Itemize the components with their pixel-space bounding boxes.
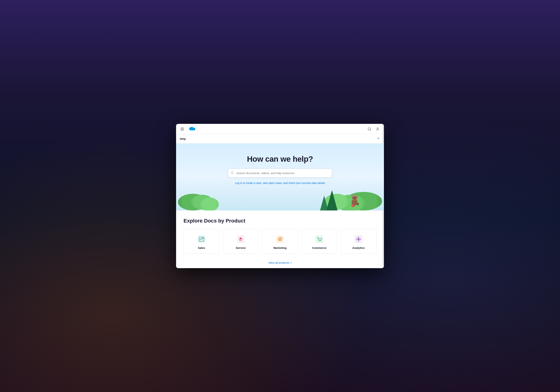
product-card-sales[interactable]: Sales bbox=[183, 229, 220, 254]
svg-point-18 bbox=[280, 239, 280, 240]
service-label: Service bbox=[236, 246, 246, 249]
sales-icon-wrap bbox=[197, 234, 206, 244]
hero-scene bbox=[180, 188, 380, 210]
svg-rect-19 bbox=[315, 235, 323, 243]
product-card-marketing[interactable]: Marketing bbox=[262, 229, 298, 254]
search-input-icon bbox=[231, 171, 234, 175]
help-label: Help bbox=[180, 137, 186, 140]
svg-point-10 bbox=[355, 197, 356, 198]
svg-point-8 bbox=[356, 195, 358, 197]
product-card-analytics[interactable]: Analytics bbox=[340, 229, 377, 254]
svg-point-28 bbox=[358, 241, 359, 242]
hero-title: How can we help? bbox=[180, 155, 380, 164]
nav-left bbox=[180, 126, 195, 132]
mascot-character bbox=[350, 193, 360, 207]
marketing-label: Marketing bbox=[273, 246, 287, 249]
hamburger-icon[interactable] bbox=[180, 127, 185, 131]
svg-point-27 bbox=[358, 237, 359, 237]
navigation-bar bbox=[176, 124, 384, 134]
help-breadcrumb-bar: Help bbox=[176, 134, 384, 144]
svg-point-30 bbox=[360, 239, 361, 240]
search-bar-wrapper bbox=[228, 169, 332, 177]
search-nav-icon[interactable] bbox=[367, 127, 372, 132]
main-search-input[interactable] bbox=[228, 169, 332, 177]
browser-window: Help How can we help? Log in to create a… bbox=[176, 124, 384, 268]
service-icon-wrap bbox=[236, 234, 245, 244]
svg-point-1 bbox=[377, 127, 378, 129]
analytics-label: Analytics bbox=[352, 246, 365, 249]
product-card-service[interactable]: Service bbox=[223, 229, 259, 254]
salesforce-logo[interactable] bbox=[187, 126, 195, 132]
product-cards-container: Sales Service bbox=[183, 229, 377, 254]
commerce-icon-wrap bbox=[315, 234, 324, 244]
svg-point-20 bbox=[319, 241, 319, 241]
svg-point-21 bbox=[320, 241, 321, 241]
user-account-icon[interactable] bbox=[375, 127, 380, 132]
view-all-section: View all products > bbox=[176, 259, 384, 268]
svg-point-29 bbox=[356, 239, 357, 240]
commerce-label: Commerce bbox=[312, 246, 327, 249]
sales-label: Sales bbox=[198, 246, 205, 249]
marketing-icon-wrap bbox=[275, 234, 285, 244]
analytics-icon-wrap bbox=[354, 234, 363, 244]
section-title: Explore Docs by Product bbox=[183, 218, 377, 224]
svg-point-7 bbox=[352, 195, 353, 197]
products-section: Explore Docs by Product Sales bbox=[176, 210, 384, 259]
hero-section: How can we help? Log in to create a case… bbox=[176, 144, 384, 210]
product-card-commerce[interactable]: Commerce bbox=[301, 229, 337, 254]
tall-tree bbox=[326, 190, 338, 210]
chevron-down-icon[interactable] bbox=[377, 137, 380, 141]
bush-left-3 bbox=[200, 197, 219, 210]
svg-point-9 bbox=[353, 197, 354, 198]
nav-right bbox=[367, 127, 380, 132]
login-link[interactable]: Log in to create a case, view open cases… bbox=[180, 182, 380, 185]
view-all-products-link[interactable]: View all products > bbox=[268, 261, 292, 264]
svg-point-11 bbox=[354, 199, 355, 199]
